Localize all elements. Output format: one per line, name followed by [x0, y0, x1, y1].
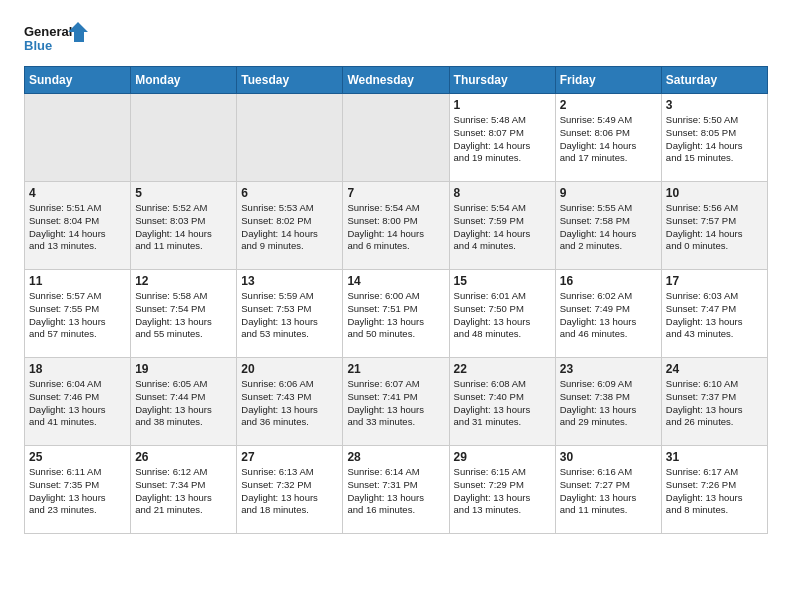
weekday-header-tuesday: Tuesday — [237, 67, 343, 94]
day-info: Sunrise: 6:08 AM Sunset: 7:40 PM Dayligh… — [454, 378, 551, 429]
day-number: 17 — [666, 274, 763, 288]
calendar-cell: 21Sunrise: 6:07 AM Sunset: 7:41 PM Dayli… — [343, 358, 449, 446]
day-info: Sunrise: 6:00 AM Sunset: 7:51 PM Dayligh… — [347, 290, 444, 341]
day-number: 2 — [560, 98, 657, 112]
page-header: General Blue — [24, 20, 768, 56]
day-number: 29 — [454, 450, 551, 464]
day-number: 11 — [29, 274, 126, 288]
weekday-header-row: SundayMondayTuesdayWednesdayThursdayFrid… — [25, 67, 768, 94]
calendar-cell: 12Sunrise: 5:58 AM Sunset: 7:54 PM Dayli… — [131, 270, 237, 358]
day-info: Sunrise: 5:53 AM Sunset: 8:02 PM Dayligh… — [241, 202, 338, 253]
day-info: Sunrise: 5:54 AM Sunset: 8:00 PM Dayligh… — [347, 202, 444, 253]
calendar-cell: 7Sunrise: 5:54 AM Sunset: 8:00 PM Daylig… — [343, 182, 449, 270]
day-info: Sunrise: 5:58 AM Sunset: 7:54 PM Dayligh… — [135, 290, 232, 341]
day-info: Sunrise: 5:49 AM Sunset: 8:06 PM Dayligh… — [560, 114, 657, 165]
day-number: 31 — [666, 450, 763, 464]
calendar-cell: 14Sunrise: 6:00 AM Sunset: 7:51 PM Dayli… — [343, 270, 449, 358]
day-info: Sunrise: 6:16 AM Sunset: 7:27 PM Dayligh… — [560, 466, 657, 517]
calendar-cell: 2Sunrise: 5:49 AM Sunset: 8:06 PM Daylig… — [555, 94, 661, 182]
svg-text:Blue: Blue — [24, 38, 52, 53]
calendar-cell: 15Sunrise: 6:01 AM Sunset: 7:50 PM Dayli… — [449, 270, 555, 358]
day-number: 19 — [135, 362, 232, 376]
calendar-cell: 5Sunrise: 5:52 AM Sunset: 8:03 PM Daylig… — [131, 182, 237, 270]
day-info: Sunrise: 6:02 AM Sunset: 7:49 PM Dayligh… — [560, 290, 657, 341]
day-number: 7 — [347, 186, 444, 200]
calendar-cell: 1Sunrise: 5:48 AM Sunset: 8:07 PM Daylig… — [449, 94, 555, 182]
day-info: Sunrise: 5:54 AM Sunset: 7:59 PM Dayligh… — [454, 202, 551, 253]
day-info: Sunrise: 6:05 AM Sunset: 7:44 PM Dayligh… — [135, 378, 232, 429]
day-info: Sunrise: 6:13 AM Sunset: 7:32 PM Dayligh… — [241, 466, 338, 517]
calendar-cell: 16Sunrise: 6:02 AM Sunset: 7:49 PM Dayli… — [555, 270, 661, 358]
day-number: 25 — [29, 450, 126, 464]
weekday-header-sunday: Sunday — [25, 67, 131, 94]
calendar-cell — [131, 94, 237, 182]
day-number: 28 — [347, 450, 444, 464]
weekday-header-saturday: Saturday — [661, 67, 767, 94]
day-number: 16 — [560, 274, 657, 288]
calendar-cell: 20Sunrise: 6:06 AM Sunset: 7:43 PM Dayli… — [237, 358, 343, 446]
day-number: 3 — [666, 98, 763, 112]
calendar-cell: 19Sunrise: 6:05 AM Sunset: 7:44 PM Dayli… — [131, 358, 237, 446]
calendar-cell — [25, 94, 131, 182]
week-row-1: 1Sunrise: 5:48 AM Sunset: 8:07 PM Daylig… — [25, 94, 768, 182]
day-info: Sunrise: 6:15 AM Sunset: 7:29 PM Dayligh… — [454, 466, 551, 517]
day-info: Sunrise: 5:55 AM Sunset: 7:58 PM Dayligh… — [560, 202, 657, 253]
weekday-header-wednesday: Wednesday — [343, 67, 449, 94]
day-info: Sunrise: 6:11 AM Sunset: 7:35 PM Dayligh… — [29, 466, 126, 517]
day-number: 20 — [241, 362, 338, 376]
day-number: 14 — [347, 274, 444, 288]
calendar-cell: 8Sunrise: 5:54 AM Sunset: 7:59 PM Daylig… — [449, 182, 555, 270]
day-number: 24 — [666, 362, 763, 376]
calendar-cell: 31Sunrise: 6:17 AM Sunset: 7:26 PM Dayli… — [661, 446, 767, 534]
day-info: Sunrise: 6:06 AM Sunset: 7:43 PM Dayligh… — [241, 378, 338, 429]
calendar-cell: 13Sunrise: 5:59 AM Sunset: 7:53 PM Dayli… — [237, 270, 343, 358]
calendar-cell: 9Sunrise: 5:55 AM Sunset: 7:58 PM Daylig… — [555, 182, 661, 270]
day-info: Sunrise: 6:04 AM Sunset: 7:46 PM Dayligh… — [29, 378, 126, 429]
calendar-cell: 3Sunrise: 5:50 AM Sunset: 8:05 PM Daylig… — [661, 94, 767, 182]
day-info: Sunrise: 5:56 AM Sunset: 7:57 PM Dayligh… — [666, 202, 763, 253]
day-info: Sunrise: 6:10 AM Sunset: 7:37 PM Dayligh… — [666, 378, 763, 429]
day-info: Sunrise: 6:01 AM Sunset: 7:50 PM Dayligh… — [454, 290, 551, 341]
logo: General Blue — [24, 20, 94, 56]
week-row-5: 25Sunrise: 6:11 AM Sunset: 7:35 PM Dayli… — [25, 446, 768, 534]
weekday-header-friday: Friday — [555, 67, 661, 94]
day-info: Sunrise: 5:52 AM Sunset: 8:03 PM Dayligh… — [135, 202, 232, 253]
calendar-cell: 22Sunrise: 6:08 AM Sunset: 7:40 PM Dayli… — [449, 358, 555, 446]
calendar-cell: 26Sunrise: 6:12 AM Sunset: 7:34 PM Dayli… — [131, 446, 237, 534]
day-info: Sunrise: 5:50 AM Sunset: 8:05 PM Dayligh… — [666, 114, 763, 165]
week-row-4: 18Sunrise: 6:04 AM Sunset: 7:46 PM Dayli… — [25, 358, 768, 446]
day-number: 10 — [666, 186, 763, 200]
week-row-3: 11Sunrise: 5:57 AM Sunset: 7:55 PM Dayli… — [25, 270, 768, 358]
day-number: 26 — [135, 450, 232, 464]
calendar-cell: 17Sunrise: 6:03 AM Sunset: 7:47 PM Dayli… — [661, 270, 767, 358]
day-info: Sunrise: 6:12 AM Sunset: 7:34 PM Dayligh… — [135, 466, 232, 517]
calendar-cell: 18Sunrise: 6:04 AM Sunset: 7:46 PM Dayli… — [25, 358, 131, 446]
weekday-header-thursday: Thursday — [449, 67, 555, 94]
day-number: 18 — [29, 362, 126, 376]
day-number: 22 — [454, 362, 551, 376]
day-info: Sunrise: 6:07 AM Sunset: 7:41 PM Dayligh… — [347, 378, 444, 429]
day-number: 1 — [454, 98, 551, 112]
day-info: Sunrise: 5:57 AM Sunset: 7:55 PM Dayligh… — [29, 290, 126, 341]
calendar-cell: 24Sunrise: 6:10 AM Sunset: 7:37 PM Dayli… — [661, 358, 767, 446]
day-number: 4 — [29, 186, 126, 200]
svg-text:General: General — [24, 24, 72, 39]
day-number: 30 — [560, 450, 657, 464]
day-number: 6 — [241, 186, 338, 200]
day-number: 21 — [347, 362, 444, 376]
day-number: 12 — [135, 274, 232, 288]
calendar-cell: 25Sunrise: 6:11 AM Sunset: 7:35 PM Dayli… — [25, 446, 131, 534]
day-number: 23 — [560, 362, 657, 376]
calendar-table: SundayMondayTuesdayWednesdayThursdayFrid… — [24, 66, 768, 534]
day-number: 9 — [560, 186, 657, 200]
calendar-cell: 30Sunrise: 6:16 AM Sunset: 7:27 PM Dayli… — [555, 446, 661, 534]
day-info: Sunrise: 5:51 AM Sunset: 8:04 PM Dayligh… — [29, 202, 126, 253]
day-number: 13 — [241, 274, 338, 288]
calendar-cell: 23Sunrise: 6:09 AM Sunset: 7:38 PM Dayli… — [555, 358, 661, 446]
calendar-cell: 4Sunrise: 5:51 AM Sunset: 8:04 PM Daylig… — [25, 182, 131, 270]
day-info: Sunrise: 5:48 AM Sunset: 8:07 PM Dayligh… — [454, 114, 551, 165]
weekday-header-monday: Monday — [131, 67, 237, 94]
calendar-cell — [343, 94, 449, 182]
logo-svg: General Blue — [24, 20, 94, 56]
calendar-cell: 11Sunrise: 5:57 AM Sunset: 7:55 PM Dayli… — [25, 270, 131, 358]
